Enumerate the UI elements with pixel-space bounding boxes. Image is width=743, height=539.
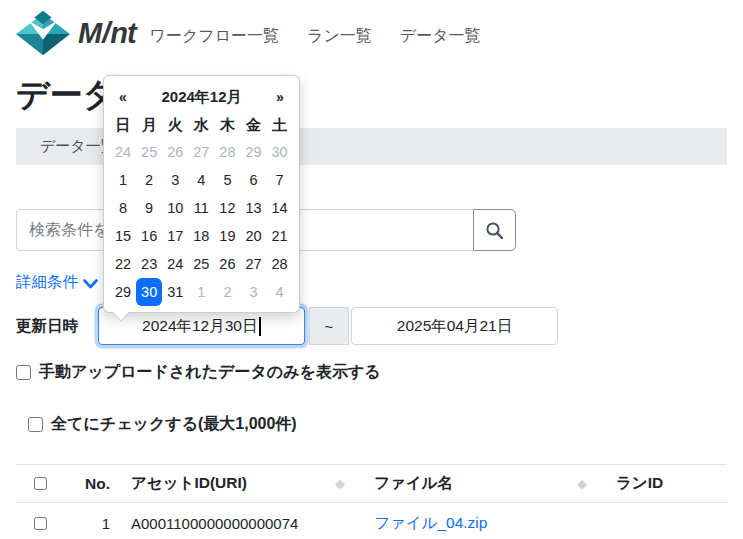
calendar-day[interactable]: 11 <box>188 194 214 222</box>
date-picker-popover: « 2024年12月 » 日 月 火 水 木 金 土 2425262728293… <box>103 75 300 313</box>
calendar-day[interactable]: 24 <box>162 250 188 278</box>
nav-workflow-list[interactable]: ワークフロー一覧 <box>150 26 280 47</box>
weekday-label: 火 <box>162 111 188 138</box>
mint-logo[interactable]: M/nt <box>16 10 136 56</box>
calendar-weekday-row: 日 月 火 水 木 金 土 <box>110 111 293 138</box>
chevron-down-icon <box>83 279 98 290</box>
text-caret <box>259 317 261 336</box>
calendar-day[interactable]: 20 <box>240 222 266 250</box>
calendar-header: « 2024年12月 » <box>110 85 293 109</box>
calendar-day[interactable]: 14 <box>267 194 293 222</box>
calendar-day[interactable]: 12 <box>214 194 240 222</box>
calendar-day[interactable]: 1 <box>110 166 136 194</box>
manual-upload-checkbox[interactable] <box>16 365 31 380</box>
calendar-day[interactable]: 17 <box>162 222 188 250</box>
data-table-body: 1A0001100000000000074ファイル_04.zip <box>16 503 727 539</box>
calendar-day[interactable]: 2 <box>214 278 240 306</box>
calendar-day[interactable]: 15 <box>110 222 136 250</box>
calendar-day[interactable]: 2 <box>136 166 162 194</box>
logo-wordmark: M/nt <box>78 17 136 50</box>
calendar-day-selected[interactable]: 30 <box>136 278 162 306</box>
row-checkbox[interactable] <box>34 517 47 530</box>
calendar-day[interactable]: 19 <box>214 222 240 250</box>
weekday-label: 木 <box>214 111 240 138</box>
calendar-day[interactable]: 26 <box>162 138 188 166</box>
file-link[interactable]: ファイル_04.zip <box>374 514 487 531</box>
calendar-day[interactable]: 23 <box>136 250 162 278</box>
header-nav: ワークフロー一覧 ラン一覧 データ一覧 <box>150 26 481 47</box>
calendar-next-button[interactable]: » <box>267 89 293 105</box>
advanced-conditions-toggle[interactable]: 詳細条件 <box>16 272 98 293</box>
calendar-day[interactable]: 18 <box>188 222 214 250</box>
calendar-day[interactable]: 9 <box>136 194 162 222</box>
calendar-day[interactable]: 22 <box>110 250 136 278</box>
weekday-label: 土 <box>267 111 293 138</box>
calendar-day[interactable]: 3 <box>240 278 266 306</box>
calendar-day[interactable]: 25 <box>188 250 214 278</box>
calendar-day[interactable]: 28 <box>214 138 240 166</box>
nav-run-list[interactable]: ラン一覧 <box>307 26 372 47</box>
check-all-checkbox[interactable] <box>28 417 43 432</box>
calendar-day[interactable]: 27 <box>188 138 214 166</box>
calendar-month-title: 2024年12月 <box>136 88 267 107</box>
check-all-row: 全てにチェックする(最大1,000件) <box>28 414 727 435</box>
search-icon <box>485 221 504 240</box>
updated-date-label: 更新日時 <box>16 316 82 337</box>
calendar-day[interactable]: 1 <box>188 278 214 306</box>
column-header-no: No. <box>62 465 118 503</box>
calendar-day[interactable]: 30 <box>267 138 293 166</box>
data-table: No. アセットID(URI) ◆ ファイル名 ◆ ランID <box>16 464 727 539</box>
header-checkbox[interactable] <box>34 477 47 490</box>
row-no: 1 <box>62 503 118 539</box>
calendar-day[interactable]: 21 <box>267 222 293 250</box>
weekday-label: 日 <box>110 111 136 138</box>
calendar-day[interactable]: 24 <box>110 138 136 166</box>
calendar-day[interactable]: 31 <box>162 278 188 306</box>
weekday-label: 月 <box>136 111 162 138</box>
calendar-day[interactable]: 4 <box>267 278 293 306</box>
calendar-day[interactable]: 25 <box>136 138 162 166</box>
row-run-id <box>600 503 727 539</box>
calendar-day[interactable]: 28 <box>267 250 293 278</box>
column-header-run-id: ランID <box>600 465 727 503</box>
calendar-day[interactable]: 26 <box>214 250 240 278</box>
manual-upload-label: 手動アップロードされたデータのみを表示する <box>39 362 381 383</box>
sort-icon[interactable]: ◆ <box>335 476 345 491</box>
column-header-asset-id[interactable]: アセットID(URI) ◆ <box>118 465 358 503</box>
calendar-grid-days: 2425262728293012345678910111213141516171… <box>110 138 293 306</box>
calendar-day[interactable]: 3 <box>162 166 188 194</box>
check-all-label: 全てにチェックする(最大1,000件) <box>51 414 297 435</box>
calendar-day[interactable]: 4 <box>188 166 214 194</box>
app-header: M/nt ワークフロー一覧 ラン一覧 データ一覧 <box>0 0 743 62</box>
calendar-prev-button[interactable]: « <box>110 89 136 105</box>
calendar-day[interactable]: 29 <box>110 278 136 306</box>
table-row: 1A0001100000000000074ファイル_04.zip <box>16 503 727 539</box>
calendar-day[interactable]: 27 <box>240 250 266 278</box>
calendar-day[interactable]: 13 <box>240 194 266 222</box>
calendar-day[interactable]: 16 <box>136 222 162 250</box>
data-table-container: No. アセットID(URI) ◆ ファイル名 ◆ ランID <box>16 464 727 539</box>
calendar-day[interactable]: 29 <box>240 138 266 166</box>
calendar-day[interactable]: 7 <box>267 166 293 194</box>
date-to-input[interactable]: 2025年04月21日 <box>351 307 558 345</box>
nav-data-list[interactable]: データ一覧 <box>400 26 481 47</box>
column-header-file-name[interactable]: ファイル名 ◆ <box>358 465 600 503</box>
row-asset-id: A0001100000000000074 <box>118 503 358 539</box>
calendar-day[interactable]: 8 <box>110 194 136 222</box>
calendar-day[interactable]: 10 <box>162 194 188 222</box>
manual-upload-filter: 手動アップロードされたデータのみを表示する <box>16 362 727 383</box>
calendar-day[interactable]: 6 <box>240 166 266 194</box>
weekday-label: 水 <box>188 111 214 138</box>
advanced-conditions-label: 詳細条件 <box>16 272 78 293</box>
date-range-separator: ~ <box>309 307 349 345</box>
mint-logo-icon <box>16 10 70 56</box>
search-button[interactable] <box>473 209 516 251</box>
calendar-day[interactable]: 5 <box>214 166 240 194</box>
weekday-label: 金 <box>240 111 266 138</box>
sort-icon[interactable]: ◆ <box>577 476 587 491</box>
